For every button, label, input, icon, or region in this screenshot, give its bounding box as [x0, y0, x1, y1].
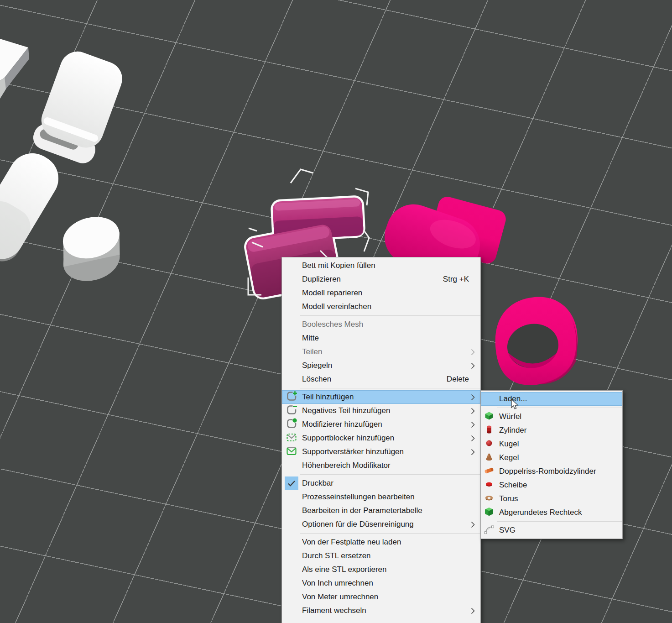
torus-icon	[484, 493, 494, 505]
submenu-arrow-icon	[471, 408, 475, 414]
submenu-item-load[interactable]: Laden...	[481, 392, 622, 406]
rounded-rect-icon	[484, 507, 494, 519]
menu-item-label: Prozesseinstellungen bearbeiten	[302, 492, 475, 502]
menu-item-label: Supportblocker hinzufügen	[302, 434, 471, 443]
cylinder-icon	[484, 424, 494, 437]
object-white-capsule[interactable]	[0, 145, 67, 268]
context-menu: Bett mit Kopien füllen Duplizieren Strg …	[281, 257, 481, 623]
menu-item-label: Kugel	[499, 440, 618, 449]
menu-item-label: Teil hinzufügen	[302, 393, 471, 402]
menu-item-label: Filament wechseln	[302, 606, 471, 615]
menu-item-label: Modell vereinfachen	[302, 302, 475, 311]
submenu-item-cone[interactable]: Kegel	[481, 451, 622, 465]
menu-item-label: Modell reparieren	[302, 288, 475, 298]
menu-item-replace-with-stl[interactable]: Durch STL ersetzen	[282, 549, 480, 563]
submenu-item-rhomboid-cylinder[interactable]: Doppelriss-Romboidzylinder	[481, 465, 622, 478]
sphere-icon	[484, 438, 494, 450]
menu-item-label: Teilen	[302, 347, 471, 356]
menu-item-convert-from-meter[interactable]: Von Meter umrechnen	[282, 590, 480, 604]
cone-icon	[484, 452, 494, 464]
menu-item-label: Abgerundetes Rechteck	[499, 508, 618, 517]
svg-curve-icon	[484, 524, 494, 537]
object-white-clip[interactable]	[30, 46, 127, 167]
menu-item-label: Durch STL ersetzen	[302, 551, 475, 560]
submenu-item-cylinder[interactable]: Zylinder	[481, 424, 622, 437]
menu-item-simplify-model[interactable]: Modell vereinfachen	[282, 300, 480, 314]
submenu-arrow-icon	[471, 421, 475, 428]
menu-separator	[300, 315, 480, 316]
menu-item-add-support-blocker[interactable]: Supportblocker hinzufügen	[282, 431, 480, 445]
submenu-arrow-icon	[471, 394, 475, 401]
menu-item-center[interactable]: Mitte	[282, 331, 480, 345]
menu-item-label: Von Meter umrechnen	[302, 592, 475, 602]
object-white-stadium[interactable]	[53, 211, 130, 287]
add-negative-part-icon	[286, 404, 297, 418]
add-part-submenu: Laden... Würfel Zylinder Kugel Kegel Dop…	[480, 390, 623, 539]
menu-item-label: Negatives Teil hinzufügen	[302, 406, 471, 415]
submenu-arrow-icon	[471, 362, 475, 369]
menu-separator	[497, 521, 622, 522]
menu-item-duplicate[interactable]: Duplizieren Strg +K	[282, 272, 480, 286]
submenu-item-disc[interactable]: Scheibe	[481, 478, 622, 492]
menu-item-add-support-enforcer[interactable]: Supportverstärker hinzufügen	[282, 445, 480, 459]
menu-item-delete[interactable]: Löschen Delete	[282, 372, 480, 386]
submenu-arrow-icon	[471, 435, 475, 442]
menu-item-label: Höhenbereich Modifikator	[302, 461, 475, 470]
submenu-arrow-icon	[471, 349, 475, 356]
submenu-arrow-icon	[471, 607, 475, 614]
object-white-slab[interactable]	[0, 39, 29, 99]
menu-item-label: Zylinder	[499, 426, 618, 435]
menu-item-change-filament[interactable]: Filament wechseln	[282, 604, 480, 618]
menu-item-label: Bett mit Kopien füllen	[302, 261, 475, 270]
submenu-item-sphere[interactable]: Kugel	[481, 437, 622, 451]
menu-item-label: Druckbar	[302, 479, 475, 488]
menu-item-convert-from-inch[interactable]: Von Inch umrechnen	[282, 576, 480, 590]
add-part-icon	[286, 390, 297, 404]
menu-item-reload-from-disk[interactable]: Von der Festplatte neu laden	[282, 535, 480, 549]
menu-item-label: Modifizierer hinzufügen	[302, 420, 471, 429]
menu-item-printable[interactable]: Druckbar	[282, 476, 480, 490]
menu-item-label: Von der Festplatte neu laden	[302, 538, 475, 547]
checkbox-checked-icon	[285, 476, 298, 490]
submenu-item-cube[interactable]: Würfel	[481, 410, 622, 424]
menu-item-fill-bed[interactable]: Bett mit Kopien füllen	[282, 259, 480, 272]
menu-item-repair-model[interactable]: Modell reparieren	[282, 286, 480, 300]
menu-item-label: SVG	[499, 526, 618, 535]
menu-item-label: Löschen	[302, 375, 447, 384]
menu-item-label: Supportverstärker hinzufügen	[302, 447, 471, 456]
menu-item-edit-process-settings[interactable]: Prozesseinstellungen bearbeiten	[282, 490, 480, 504]
shortcut-label: Strg +K	[443, 275, 469, 284]
support-enforcer-icon	[286, 445, 297, 459]
menu-item-add-negative-part[interactable]: Negatives Teil hinzufügen	[282, 404, 480, 418]
menu-item-add-part[interactable]: Teil hinzufügen	[282, 390, 480, 404]
menu-item-nozzle-cleaning-options[interactable]: Optionen für die Düsenreinigung	[282, 518, 480, 531]
menu-item-edit-in-parameter-table[interactable]: Bearbeiten in der Parametertabelle	[282, 504, 480, 518]
cube-icon	[484, 411, 494, 423]
menu-item-label: Boolesches Mesh	[302, 320, 475, 329]
shortcut-label: Delete	[447, 375, 469, 384]
submenu-arrow-icon	[471, 449, 475, 455]
menu-item-label: Scheibe	[499, 481, 618, 490]
menu-item-label: Doppelriss-Romboidzylinder	[499, 467, 618, 476]
menu-item-add-modifier[interactable]: Modifizierer hinzufügen	[282, 418, 480, 431]
object-pink-ring[interactable]	[495, 297, 578, 385]
menu-item-label: Als eine STL exportieren	[302, 565, 475, 574]
menu-item-label: Torus	[499, 494, 618, 503]
menu-separator	[300, 533, 480, 534]
submenu-item-svg[interactable]: SVG	[481, 524, 622, 537]
menu-item-split: Teilen	[282, 345, 480, 359]
disc-icon	[484, 479, 494, 492]
menu-separator	[300, 388, 480, 388]
menu-item-label: Duplizieren	[302, 275, 443, 284]
rhomboid-cylinder-icon	[484, 466, 494, 478]
menu-item-export-as-stl[interactable]: Als eine STL exportieren	[282, 563, 480, 576]
submenu-item-torus[interactable]: Torus	[481, 492, 622, 506]
menu-item-mirror[interactable]: Spiegeln	[282, 359, 480, 372]
support-blocker-icon	[286, 431, 297, 445]
menu-item-boolean-mesh: Boolesches Mesh	[282, 318, 480, 331]
add-modifier-icon	[286, 418, 297, 432]
menu-item-height-range-modifier[interactable]: Höhenbereich Modifikator	[282, 459, 480, 472]
submenu-item-rounded-rect[interactable]: Abgerundetes Rechteck	[481, 506, 622, 519]
menu-item-label: Optionen für die Düsenreinigung	[302, 520, 471, 529]
menu-item-label: Von Inch umrechnen	[302, 579, 475, 588]
